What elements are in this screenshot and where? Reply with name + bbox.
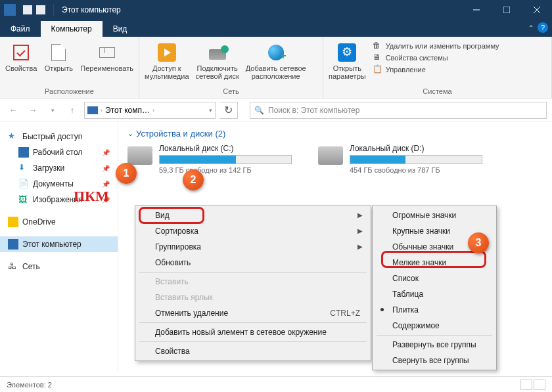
collapse-ribbon-icon[interactable]: ⌃ [528, 24, 534, 32]
menu-item-sort[interactable]: Сортировка▶ [137, 223, 369, 239]
submenu-item-collapse-all[interactable]: Свернуть все группы [374, 353, 495, 368]
add-network-location-button[interactable]: Добавить сетевое расположение [246, 39, 306, 80]
ribbon-group-label: Расположение [5, 87, 133, 97]
submenu-item-extra-large[interactable]: Огромные значки [374, 207, 495, 223]
sidebar: Быстрый доступ Рабочий стол Загрузки Док… [0, 122, 118, 372]
star-icon [8, 131, 18, 142]
management-button[interactable]: Управление [373, 64, 499, 75]
status-bar: Элементов: 2 [0, 376, 552, 392]
rename-button[interactable]: Переименовать [80, 39, 133, 72]
back-button[interactable]: ← [5, 102, 21, 118]
minimize-button[interactable] [461, 0, 492, 20]
pin-icon [102, 181, 110, 188]
drive-item[interactable]: Локальный диск (D:) 454 ГБ свободно из 7… [318, 144, 482, 174]
close-button[interactable] [522, 0, 552, 20]
window-title: Этот компьютер [62, 5, 121, 14]
help-icon[interactable]: ? [538, 22, 548, 33]
sidebar-item-quick-access[interactable]: Быстрый доступ [0, 129, 118, 144]
search-placeholder: Поиск в: Этот компьютер [268, 106, 359, 115]
uninstall-program-button[interactable]: Удалить или изменить программу [373, 41, 499, 51]
submenu-arrow-icon: ▶ [357, 243, 363, 250]
menu-item-paste-shortcut: Вставить ярлык [137, 290, 369, 305]
annotation-bubble: 1 [116, 163, 137, 184]
submenu-item-list[interactable]: Список [374, 271, 495, 286]
drive-free-text: 59,3 ГБ свободно из 142 ГБ [159, 166, 292, 174]
submenu-arrow-icon: ▶ [357, 227, 363, 234]
titlebar: Этот компьютер [0, 0, 552, 20]
breadcrumb-segment[interactable]: Этот комп… [105, 106, 150, 115]
open-settings-button[interactable]: Открыть параметры [329, 39, 366, 80]
drive-item[interactable]: Локальный диск (C:) 59,3 ГБ свободно из … [127, 144, 292, 174]
media-access-button[interactable]: Доступ к мультимедиа [145, 39, 189, 80]
svg-rect-1 [503, 7, 510, 13]
view-large-icons-button[interactable] [534, 380, 545, 390]
menu-item-properties[interactable]: Свойства [137, 343, 369, 359]
search-input[interactable]: 🔍 Поиск в: Этот компьютер [250, 102, 547, 119]
properties-button[interactable]: Свойства [5, 39, 37, 72]
keyboard-shortcut: CTRL+Z [330, 309, 360, 318]
section-header[interactable]: Устройства и диски (2) [127, 129, 543, 139]
desktop-icon [18, 147, 29, 158]
submenu-item-details[interactable]: Таблица [374, 286, 495, 302]
menu-item-undo-delete[interactable]: Отменить удалениеCTRL+Z [137, 305, 369, 321]
drive-usage-bar [350, 155, 482, 164]
drive-name: Локальный диск (D:) [350, 144, 482, 153]
image-icon [18, 194, 29, 205]
sidebar-item-network[interactable]: Сеть [0, 259, 118, 274]
status-item-count: Элементов: 2 [7, 381, 52, 389]
tab-computer[interactable]: Компьютер [41, 21, 103, 37]
maximize-button[interactable] [492, 0, 522, 20]
submenu-arrow-icon: ▶ [357, 211, 363, 219]
menu-item-refresh[interactable]: Обновить [137, 255, 369, 271]
qat-icon[interactable] [23, 5, 32, 14]
drive-icon [127, 146, 152, 165]
network-disk-icon [209, 49, 226, 60]
breadcrumb[interactable]: › Этот комп… › ▾ [84, 102, 216, 119]
menu-item-add-network-element[interactable]: Добавить новый элемент в сетевое окружен… [137, 324, 369, 340]
download-icon [18, 163, 29, 173]
pc-icon [87, 106, 98, 114]
submenu-item-small[interactable]: Мелкие значки [374, 255, 495, 271]
view-details-button[interactable] [520, 380, 532, 390]
menu-item-paste: Вставить [137, 274, 369, 290]
sidebar-item-downloads[interactable]: Загрузки [0, 160, 118, 176]
up-button[interactable]: ↑ [64, 102, 80, 118]
forward-button[interactable]: → [25, 102, 41, 118]
document-icon [51, 44, 66, 61]
globe-icon [268, 45, 284, 60]
document-icon [18, 179, 29, 189]
submenu-item-tiles[interactable]: Плитка [374, 302, 495, 318]
annotation-text: ПКМ [74, 188, 109, 205]
ribbon-group-label: Сеть [145, 87, 317, 97]
tab-view[interactable]: Вид [103, 21, 138, 37]
submenu-item-content[interactable]: Содержимое [374, 318, 495, 334]
checkmark-icon [13, 45, 29, 60]
refresh-button[interactable]: ↻ [219, 102, 238, 119]
app-icon [4, 4, 16, 16]
view-submenu: Огромные значки Крупные значки Обычные з… [372, 206, 497, 370]
pin-icon [102, 165, 110, 172]
drive-name: Локальный диск (C:) [159, 144, 292, 153]
menu-item-view[interactable]: Вид▶ [137, 207, 369, 223]
menu-item-group[interactable]: Группировка▶ [137, 239, 369, 255]
annotation-bubble: 3 [468, 232, 489, 253]
onedrive-icon [8, 217, 18, 227]
sidebar-item-this-pc[interactable]: Этот компьютер [0, 236, 118, 252]
media-icon [158, 43, 176, 62]
ribbon: Свойства Открыть Переименовать Расположе… [0, 37, 552, 98]
open-button[interactable]: Открыть [43, 39, 74, 72]
qat-icon[interactable] [36, 5, 45, 14]
address-bar: ← → ▾ ↑ › Этот комп… › ▾ ↻ 🔍 Поиск в: Эт… [0, 98, 552, 122]
sidebar-item-onedrive[interactable]: OneDrive [0, 214, 118, 230]
tab-file[interactable]: Файл [0, 21, 41, 37]
map-drive-button[interactable]: Подключить сетевой диск [196, 39, 239, 80]
recent-locations-button[interactable]: ▾ [45, 102, 60, 118]
bullet-icon [380, 308, 384, 311]
ribbon-tabs: Файл Компьютер Вид ⌃ ? [0, 20, 552, 37]
drive-usage-bar [159, 155, 292, 164]
drive-icon [318, 146, 343, 165]
ribbon-group-label: Система [329, 87, 546, 97]
system-properties-button[interactable]: Свойства системы [373, 53, 499, 63]
submenu-item-expand-all[interactable]: Развернуть все группы [374, 337, 495, 353]
sidebar-item-desktop[interactable]: Рабочий стол [0, 144, 118, 160]
